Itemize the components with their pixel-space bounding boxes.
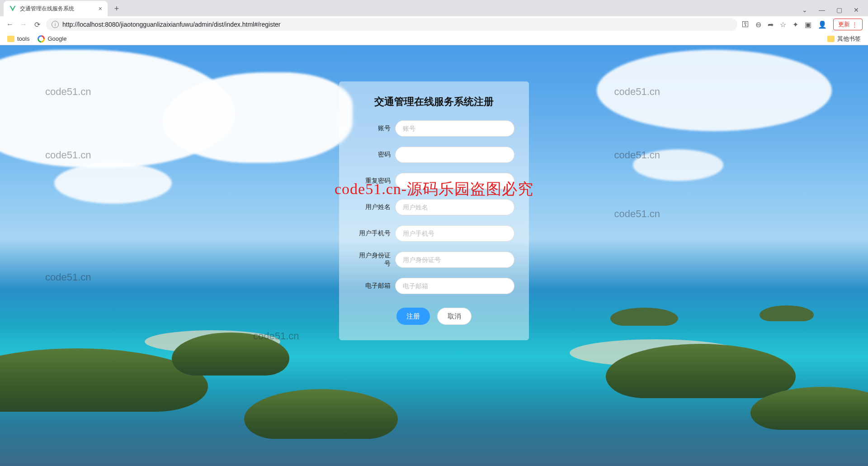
close-tab-icon[interactable]: × bbox=[99, 5, 102, 12]
window-close-icon[interactable]: ✕ bbox=[852, 6, 861, 14]
window-dropdown-icon[interactable]: ⌄ bbox=[800, 6, 809, 14]
google-icon bbox=[38, 35, 45, 43]
vue-favicon-icon bbox=[9, 5, 16, 12]
zoom-icon[interactable]: ⊖ bbox=[755, 20, 761, 29]
folder-icon bbox=[827, 36, 835, 42]
password-label: 密码 bbox=[354, 151, 391, 159]
address-bar-icons: ⚿ ⊖ ➦ ☆ ✦ ▣ 👤 更新 ⋮ bbox=[742, 19, 863, 30]
address-bar: ← → ⟳ i http://localhost:8080/jiaotonggu… bbox=[0, 16, 868, 33]
phone-input[interactable] bbox=[395, 225, 514, 242]
site-info-icon[interactable]: i bbox=[52, 21, 59, 28]
share-icon[interactable]: ➦ bbox=[768, 20, 774, 29]
tab-bar: 交通管理在线服务系统 × + ⌄ — ▢ ✕ bbox=[0, 0, 868, 16]
username-label: 账号 bbox=[354, 124, 391, 133]
email-label: 电子邮箱 bbox=[354, 282, 391, 290]
confirm-password-label: 重复密码 bbox=[354, 177, 391, 185]
submit-button[interactable]: 注册 bbox=[396, 308, 430, 325]
new-tab-button[interactable]: + bbox=[110, 2, 123, 15]
url-text: http://localhost:8080/jiaotongguanlizaix… bbox=[62, 21, 281, 28]
idcard-input[interactable] bbox=[395, 252, 514, 268]
register-title: 交通管理在线服务系统注册 bbox=[354, 95, 514, 109]
browser-tab[interactable]: 交通管理在线服务系统 × bbox=[4, 1, 108, 16]
username-input[interactable] bbox=[395, 120, 514, 137]
window-controls: ⌄ — ▢ ✕ bbox=[800, 6, 868, 16]
update-button[interactable]: 更新 ⋮ bbox=[833, 19, 863, 30]
menu-icon: ⋮ bbox=[852, 21, 858, 28]
key-icon[interactable]: ⚿ bbox=[742, 20, 749, 29]
star-icon[interactable]: ☆ bbox=[780, 20, 786, 29]
password-input[interactable] bbox=[395, 147, 514, 163]
url-input[interactable]: i http://localhost:8080/jiaotongguanliza… bbox=[46, 18, 737, 31]
bookmark-label: Google bbox=[47, 35, 66, 42]
field-phone: 用户手机号 bbox=[354, 225, 514, 242]
field-username: 账号 bbox=[354, 120, 514, 137]
update-label: 更新 bbox=[838, 20, 850, 29]
tab-title: 交通管理在线服务系统 bbox=[20, 5, 74, 13]
bookmarks-bar: tools Google 其他书签 bbox=[0, 33, 868, 45]
browser-chrome: 交通管理在线服务系统 × + ⌄ — ▢ ✕ ← → ⟳ i http://lo… bbox=[0, 0, 868, 45]
folder-icon bbox=[7, 36, 14, 42]
profile-icon[interactable]: 👤 bbox=[818, 20, 827, 29]
window-maximize-icon[interactable]: ▢ bbox=[835, 6, 844, 14]
bookmark-other[interactable]: 其他书签 bbox=[827, 35, 861, 43]
bookmark-label: 其他书签 bbox=[837, 35, 861, 43]
page-content: code51.cn code51.cn code51.cn code51.cn … bbox=[0, 45, 868, 466]
side-panel-icon[interactable]: ▣ bbox=[805, 20, 811, 29]
bookmark-label: tools bbox=[17, 35, 29, 42]
nav-forward-button[interactable]: → bbox=[19, 20, 28, 29]
bookmark-tools[interactable]: tools bbox=[7, 35, 29, 42]
cancel-button[interactable]: 取消 bbox=[437, 308, 472, 325]
email-input[interactable] bbox=[395, 278, 514, 294]
field-idcard: 用户身份证号 bbox=[354, 252, 514, 268]
realname-input[interactable] bbox=[395, 199, 514, 215]
phone-label: 用户手机号 bbox=[354, 229, 391, 238]
nav-reload-button[interactable]: ⟳ bbox=[33, 20, 42, 29]
nav-back-button[interactable]: ← bbox=[5, 20, 14, 29]
button-row: 注册 取消 bbox=[354, 308, 514, 325]
field-realname: 用户姓名 bbox=[354, 199, 514, 215]
field-password: 密码 bbox=[354, 147, 514, 163]
confirm-password-input[interactable] bbox=[395, 173, 514, 189]
bookmark-google[interactable]: Google bbox=[38, 35, 66, 43]
idcard-label: 用户身份证号 bbox=[354, 252, 391, 268]
extensions-icon[interactable]: ✦ bbox=[793, 20, 798, 29]
register-card: 交通管理在线服务系统注册 账号 密码 重复密码 用户姓名 用户手机号 用户身份证… bbox=[339, 81, 529, 340]
field-confirm-password: 重复密码 bbox=[354, 173, 514, 189]
window-minimize-icon[interactable]: — bbox=[817, 6, 826, 14]
realname-label: 用户姓名 bbox=[354, 203, 391, 211]
field-email: 电子邮箱 bbox=[354, 278, 514, 294]
